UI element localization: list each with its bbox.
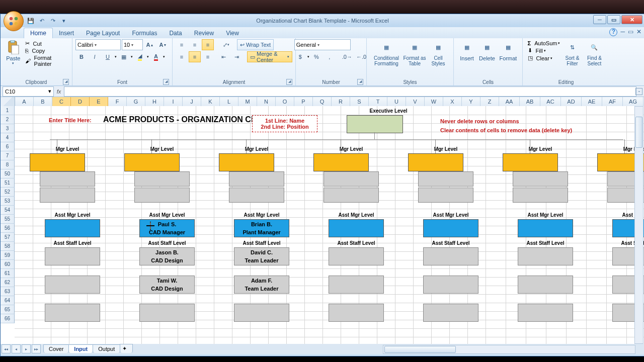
format-painter-button[interactable]: 🖌 Format Painter: [25, 55, 69, 67]
tab-review[interactable]: Review: [188, 28, 220, 38]
tab-insert[interactable]: Insert: [53, 28, 80, 38]
asst-staff-box[interactable]: [423, 304, 478, 322]
accounting-button[interactable]: $: [294, 51, 306, 62]
staff-box[interactable]: [324, 188, 379, 203]
copy-button[interactable]: ⎘ Copy: [25, 48, 69, 54]
asst-staff-box[interactable]: Tami W.CAD Design: [139, 276, 195, 294]
mgr-box[interactable]: [503, 153, 558, 171]
staff-box[interactable]: [513, 188, 568, 203]
col-header-Q[interactable]: Q: [313, 97, 332, 106]
col-header-N[interactable]: N: [257, 97, 276, 106]
row-header-7[interactable]: 7: [1, 151, 15, 160]
executive-box[interactable]: [347, 115, 403, 133]
mgr-box[interactable]: [30, 153, 85, 171]
align-right-button[interactable]: ≡: [202, 51, 214, 62]
conditional-formatting-button[interactable]: ▦Conditional Formatting: [372, 39, 401, 66]
sheet-tab-cover[interactable]: Cover: [43, 344, 69, 353]
asst-staff-box[interactable]: [423, 247, 478, 265]
asst-mgr-box[interactable]: [518, 219, 573, 237]
col-header-J[interactable]: J: [183, 97, 201, 106]
cut-button[interactable]: ✂ Cut: [25, 40, 69, 47]
office-button[interactable]: [4, 11, 24, 31]
row-header-65[interactable]: 65: [1, 305, 15, 314]
fx-button[interactable]: fx: [54, 88, 64, 95]
row-header-57[interactable]: 57: [1, 233, 15, 242]
asst-staff-box[interactable]: Jason B.CAD Design: [139, 247, 195, 265]
font-size-combo[interactable]: 10▾: [122, 39, 143, 50]
autosum-button[interactable]: Σ AutoSum▾: [528, 40, 560, 46]
align-middle-button[interactable]: ≡: [189, 39, 201, 50]
number-launcher[interactable]: ◢: [357, 79, 363, 85]
staff-box[interactable]: [229, 188, 284, 203]
col-header-W[interactable]: W: [425, 97, 443, 106]
col-header-M[interactable]: M: [238, 97, 257, 106]
underline-button[interactable]: U: [102, 51, 114, 62]
wrap-text-button[interactable]: ↩Wrap Text: [237, 39, 274, 50]
mgr-box[interactable]: [313, 153, 369, 171]
minimize-button[interactable]: ─: [593, 15, 606, 24]
increase-indent-button[interactable]: ⇥: [230, 51, 243, 62]
col-header-R[interactable]: R: [332, 97, 350, 106]
tab-data[interactable]: Data: [163, 28, 188, 38]
staff-box[interactable]: [134, 171, 190, 187]
staff-box[interactable]: [229, 171, 284, 187]
format-as-table-button[interactable]: ▦Format as Table: [403, 39, 426, 66]
asst-staff-box[interactable]: [518, 276, 573, 294]
asst-staff-box[interactable]: [518, 247, 573, 265]
asst-staff-box[interactable]: [423, 276, 478, 294]
col-header-AA[interactable]: AA: [499, 97, 520, 106]
staff-box[interactable]: [40, 188, 95, 203]
row-header-62[interactable]: 62: [1, 278, 15, 287]
ribbon-restore-button[interactable]: ▭: [628, 28, 633, 36]
row-header-3[interactable]: 3: [1, 124, 15, 133]
tab-formulas[interactable]: Formulas: [126, 28, 163, 38]
col-header-U[interactable]: U: [387, 97, 406, 106]
row-header-63[interactable]: 63: [1, 287, 15, 296]
asst-staff-box[interactable]: David C.Team Leader: [234, 247, 289, 265]
col-header-AC[interactable]: AC: [540, 97, 561, 106]
formula-bar-expand[interactable]: ⌄: [635, 88, 642, 95]
sheet-nav-first[interactable]: ◂◂: [2, 344, 11, 353]
qat-customize[interactable]: ▾: [59, 16, 69, 26]
ribbon-minimize-button[interactable]: ─: [620, 28, 625, 36]
decrease-decimal-button[interactable]: ←.0: [355, 51, 368, 62]
col-header-AB[interactable]: AB: [520, 97, 540, 106]
col-header-K[interactable]: K: [201, 97, 220, 106]
vertical-scrollbar[interactable]: [634, 106, 643, 344]
row-header-64[interactable]: 64: [1, 296, 15, 305]
row-header-2[interactable]: 2: [1, 115, 15, 124]
col-header-V[interactable]: V: [406, 97, 425, 106]
align-bottom-button[interactable]: ≡: [202, 39, 214, 50]
row-header-50[interactable]: 50: [1, 169, 15, 178]
col-header-G[interactable]: G: [127, 97, 145, 106]
close-button[interactable]: ✕: [621, 15, 642, 24]
asst-mgr-box[interactable]: [329, 219, 384, 237]
paste-button[interactable]: Paste▾: [4, 39, 23, 65]
asst-staff-box[interactable]: Adam F.Team Leader: [234, 276, 289, 294]
italic-button[interactable]: I: [89, 51, 101, 62]
row-header-51[interactable]: 51: [1, 178, 15, 188]
alignment-launcher[interactable]: ◢: [286, 79, 292, 85]
orientation-button[interactable]: ⤢▾: [220, 39, 232, 50]
delete-cells-button[interactable]: ▦Delete: [478, 39, 496, 61]
col-header-Z[interactable]: Z: [480, 97, 499, 106]
col-header-L[interactable]: L: [220, 97, 238, 106]
new-sheet-button[interactable]: ✦: [120, 344, 133, 353]
row-header-58[interactable]: 58: [1, 242, 15, 251]
ribbon-close-button[interactable]: ✕: [636, 28, 641, 36]
sheet-tab-input[interactable]: Input: [68, 344, 93, 353]
asst-staff-box[interactable]: [329, 247, 384, 265]
col-header-AF[interactable]: AF: [602, 97, 623, 106]
align-center-button[interactable]: ≡: [189, 51, 201, 62]
row-header-52[interactable]: 52: [1, 188, 15, 197]
tab-page-layout[interactable]: Page Layout: [80, 28, 126, 38]
staff-box[interactable]: [40, 171, 95, 187]
qat-save[interactable]: 💾: [26, 16, 36, 26]
row-header-6[interactable]: 6: [1, 142, 15, 151]
col-header-T[interactable]: T: [369, 97, 387, 106]
mgr-box[interactable]: [408, 153, 463, 171]
col-header-S[interactable]: S: [350, 97, 369, 106]
asst-staff-box[interactable]: [45, 247, 100, 265]
col-header-Y[interactable]: Y: [462, 97, 480, 106]
mgr-box[interactable]: [124, 153, 180, 171]
